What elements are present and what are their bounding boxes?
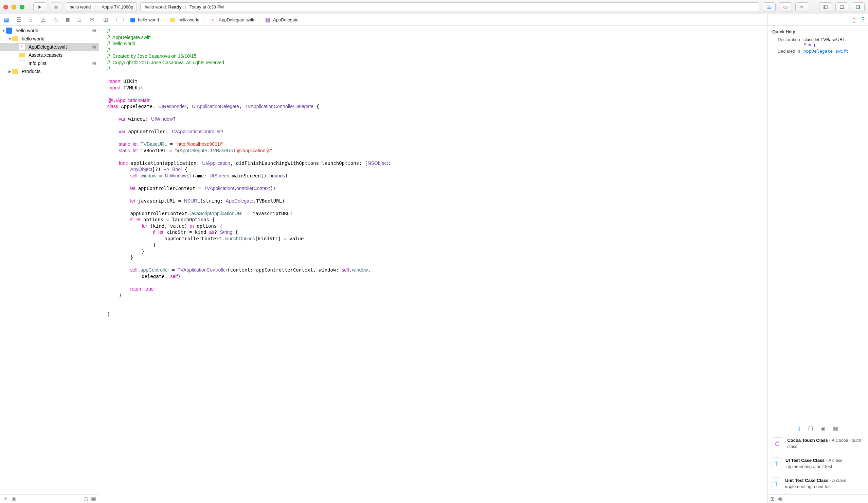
object-library-tab[interactable]: ◉ (821, 425, 826, 432)
traffic-lights (3, 5, 24, 10)
svg-rect-6 (840, 8, 844, 9)
scheme-target: hello world (70, 4, 91, 10)
arrows-icon (799, 5, 804, 10)
activity-time: Today at 8:38 PM (189, 4, 224, 10)
chevron-right-icon: 〉 (94, 4, 98, 10)
navigator: ▦ ☰ ⌕ ⚠ ◇ ≣ ⌂ ✉ ▼ hello world M ▼ hello … (0, 14, 99, 503)
svg-rect-8 (859, 6, 860, 9)
scheme-selector[interactable]: hello world 〉 Apple TV 1080p (66, 2, 137, 12)
scheme-destination: Apple TV 1080p (102, 4, 133, 10)
declaration-label: Declaration (772, 37, 800, 42)
filter-menu[interactable]: ◉ (12, 495, 16, 502)
symbol-navigator-tab[interactable]: ☰ (16, 16, 22, 23)
jump-file[interactable]: SAppDelegate.swift (210, 17, 254, 22)
folder-icon (12, 69, 18, 74)
jump-bar[interactable]: ⊞ 〈 〉 hello world 〉 hello world 〉 SAppDe… (99, 14, 767, 26)
forward-button[interactable]: 〉 (121, 16, 128, 24)
rings-icon (783, 5, 788, 10)
library-view-grid[interactable]: ⊞ (770, 495, 775, 502)
activity-status: Ready (168, 4, 182, 10)
declared-in-label: Declared In (772, 49, 800, 54)
test-navigator-tab[interactable]: ◇ (52, 16, 59, 23)
activity-view: hello world: Ready | Today at 8:38 PM (140, 2, 760, 12)
zoom-window-button[interactable] (20, 5, 24, 10)
back-button[interactable]: 〈 (111, 16, 119, 24)
version-editor-button[interactable] (795, 2, 808, 12)
code-area[interactable]: // // AppDelegate.swift // hello world /… (99, 26, 767, 503)
issue-navigator-tab[interactable]: ⚠ (40, 16, 46, 23)
class-icon: C (772, 437, 783, 450)
code-snippet-library-tab[interactable]: { } (808, 425, 813, 432)
panel-bottom-icon (839, 5, 844, 10)
stop-button[interactable] (50, 2, 62, 12)
inspector: ▯ ? Quick Help Declaration class let TVB… (767, 14, 868, 503)
file-row[interactable]: S AppDelegate.swift M (0, 43, 99, 51)
play-icon (37, 5, 42, 10)
plist-icon (19, 60, 25, 66)
search-navigator-tab[interactable]: ⌕ (28, 17, 34, 23)
toggle-right-panel[interactable] (852, 2, 865, 12)
breakpoint-navigator-tab[interactable]: ⌂ (77, 17, 83, 23)
assistant-editor-button[interactable] (779, 2, 792, 12)
scm-filter[interactable]: ▣ (91, 495, 96, 502)
navigator-tabs: ▦ ☰ ⌕ ⚠ ◇ ≣ ⌂ ✉ (0, 14, 99, 26)
library-item[interactable]: T UI Test Case Class - A class implement… (767, 454, 868, 474)
test-icon: T (772, 457, 782, 470)
project-navigator-tab[interactable]: ▦ (3, 16, 10, 23)
library-filter-bar: ⊞ ◉ (767, 494, 868, 503)
file-row[interactable]: Assets.xcassets (0, 51, 99, 59)
debug-navigator-tab[interactable]: ≣ (64, 16, 71, 23)
library-item[interactable]: C Cocoa Touch Class - A Cocoa Touch clas… (767, 434, 868, 454)
toggle-bottom-panel[interactable] (835, 2, 848, 12)
stop-icon (54, 5, 59, 10)
project-root[interactable]: ▼ hello world M (0, 27, 99, 35)
lines-icon (767, 5, 772, 10)
file-row[interactable]: Info.plist M (0, 59, 99, 67)
svg-rect-0 (55, 6, 58, 9)
run-button[interactable] (33, 2, 46, 12)
library-item[interactable]: T Unit Test Case Class - A class impleme… (767, 474, 868, 494)
library-list[interactable]: C Cocoa Touch Class - A Cocoa Touch clas… (767, 434, 868, 494)
titlebar: hello world 〉 Apple TV 1080p hello world… (0, 0, 868, 14)
jump-group[interactable]: hello world (170, 17, 199, 22)
quick-help-tab[interactable]: ? (861, 16, 865, 23)
folder-icon (12, 36, 18, 41)
report-navigator-tab[interactable]: ✉ (89, 16, 95, 23)
swift-icon: S (19, 44, 25, 50)
close-window-button[interactable] (3, 5, 8, 10)
declared-in-link[interactable]: AppDelegate.swift (804, 49, 849, 54)
recent-filter[interactable]: ◷ (84, 495, 88, 502)
file-template-library-tab[interactable]: ▯ (797, 425, 800, 432)
toggle-left-panel[interactable] (819, 2, 832, 12)
library-filter[interactable]: ◉ (778, 495, 783, 502)
jump-symbol[interactable]: CAppDelegate (266, 17, 299, 22)
products-row[interactable]: ▶ Products (0, 67, 99, 76)
navigator-filter-bar: ＋ ◉ ◷ ▣ (0, 494, 99, 503)
quick-help-title: Quick Help (772, 29, 863, 34)
test-icon: T (772, 477, 781, 491)
svg-rect-4 (824, 6, 825, 9)
library-tabs: ▯ { } ◉ ▦ (767, 423, 868, 434)
panel-right-icon (856, 5, 860, 10)
file-inspector-tab[interactable]: ▯ (852, 16, 856, 24)
related-items-icon[interactable]: ⊞ (102, 16, 109, 23)
project-icon (6, 28, 12, 34)
panel-left-icon (823, 5, 828, 10)
media-library-tab[interactable]: ▦ (833, 425, 838, 432)
activity-prefix: hello world: (145, 4, 167, 10)
inspector-tabs: ▯ ? (767, 14, 868, 26)
assets-icon (19, 53, 25, 58)
jump-project[interactable]: hello world (131, 17, 159, 22)
editor: ⊞ 〈 〉 hello world 〉 hello world 〉 SAppDe… (99, 14, 767, 503)
standard-editor-button[interactable] (763, 2, 776, 12)
declaration-value: class let TVBaseURL:String (804, 37, 846, 47)
group-row[interactable]: ▼ hello world (0, 35, 99, 43)
add-button[interactable]: ＋ (3, 495, 8, 502)
minimize-window-button[interactable] (12, 5, 16, 10)
project-tree[interactable]: ▼ hello world M ▼ hello world S AppDeleg… (0, 26, 99, 494)
